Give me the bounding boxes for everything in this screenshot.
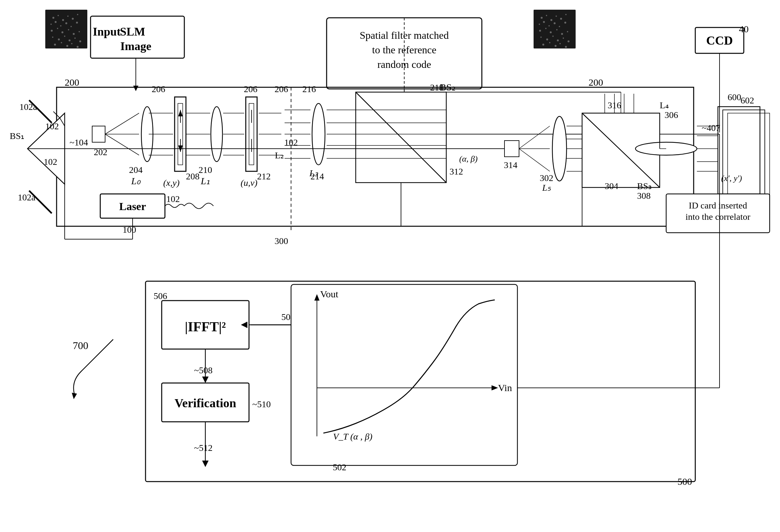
n500-label: 500 [678, 476, 692, 487]
svg-point-3 [58, 15, 59, 16]
svg-point-30 [77, 46, 79, 48]
n206c-label: 206 [275, 84, 288, 94]
n212-label: 212 [257, 171, 271, 181]
n508-label: ~508 [194, 365, 212, 375]
svg-point-16 [61, 31, 63, 33]
id-card-line1: ID card inserted [689, 200, 747, 210]
l1-label: L₁ [200, 175, 210, 186]
n218-label: 218 [430, 83, 444, 93]
n104-label: ~104 [69, 138, 88, 147]
n502-label: 502 [333, 462, 346, 472]
n300-label: 300 [275, 236, 288, 246]
svg-point-57 [549, 42, 550, 43]
svg-point-26 [54, 44, 56, 46]
xpyp-label: (x', y') [721, 173, 742, 183]
svg-point-51 [546, 39, 548, 40]
diagram-container: Input SLM Image Spatial filter matched t… [0, 0, 780, 532]
input-label: Input [93, 25, 120, 38]
svg-point-23 [68, 40, 70, 41]
n700-label: 700 [73, 340, 88, 351]
image-label: Image [120, 40, 151, 53]
n312-label: 312 [449, 166, 463, 176]
svg-rect-159 [291, 284, 518, 466]
svg-point-13 [76, 22, 78, 23]
bs3-label: BS₃ [637, 181, 651, 191]
svg-point-56 [542, 44, 544, 46]
svg-point-7 [77, 14, 78, 15]
n206b-label: 206 [244, 84, 257, 94]
svg-point-41 [554, 22, 555, 24]
l2-label: L₂ [275, 150, 284, 160]
alpha-beta-label: (α, β) [459, 154, 478, 164]
svg-point-33 [546, 15, 547, 16]
svg-point-53 [557, 40, 559, 41]
svg-point-9 [55, 21, 57, 23]
n304-label: 304 [605, 181, 618, 191]
n102-top-label: 102 [45, 121, 59, 131]
svg-point-5 [67, 15, 68, 17]
svg-point-97 [312, 103, 325, 165]
svg-point-39 [543, 21, 545, 23]
n102-laser-label: 102 [166, 194, 180, 204]
svg-rect-1 [45, 10, 87, 49]
svg-point-12 [70, 26, 72, 27]
n216-label: 216 [302, 84, 316, 94]
l5-label: L₅ [542, 182, 551, 193]
svg-point-35 [555, 15, 557, 17]
svg-point-49 [567, 31, 568, 32]
svg-point-38 [539, 23, 540, 25]
n214-label: 214 [310, 171, 324, 181]
n506-label: 506 [154, 291, 167, 301]
ccd-label: CCD [706, 34, 733, 47]
n206a-label: 206 [152, 84, 165, 94]
spatial-filter-line1: Spatial filter matched [359, 30, 448, 41]
svg-point-28 [66, 45, 68, 47]
main-svg: Input SLM Image Spatial filter matched t… [0, 0, 780, 532]
n510-label: ~510 [252, 399, 271, 409]
svg-point-55 [568, 40, 570, 42]
n308-label: 308 [637, 191, 651, 201]
svg-point-60 [565, 46, 567, 48]
vin-label: Vin [498, 382, 512, 393]
n100-label: 100 [123, 225, 136, 235]
n200-left-label: 200 [65, 77, 79, 88]
xy-label: (x,y) [163, 178, 180, 188]
svg-point-14 [51, 30, 53, 32]
svg-point-123 [552, 116, 567, 181]
svg-point-45 [545, 28, 546, 29]
svg-rect-31 [534, 10, 576, 49]
svg-point-19 [79, 31, 80, 32]
svg-point-47 [556, 29, 557, 31]
svg-point-4 [62, 19, 64, 21]
svg-point-85 [211, 107, 223, 162]
l0-label: L₀ [131, 175, 141, 186]
svg-point-25 [79, 40, 81, 42]
n512-label: ~512 [194, 443, 212, 453]
svg-point-11 [65, 22, 67, 24]
svg-point-21 [58, 39, 60, 40]
svg-rect-119 [504, 141, 519, 157]
n407-label: ~407 [702, 123, 720, 133]
n208-label: 208 [186, 171, 199, 181]
n102-h-label: 102 [284, 138, 298, 147]
svg-rect-70 [92, 126, 105, 142]
svg-point-15 [57, 28, 58, 29]
svg-point-29 [71, 43, 72, 44]
svg-point-37 [565, 14, 567, 15]
svg-point-2 [52, 17, 54, 19]
svg-point-34 [550, 19, 552, 21]
svg-point-17 [68, 29, 69, 31]
svg-point-42 [559, 26, 560, 27]
svg-point-46 [550, 31, 552, 33]
n602-label: 602 [740, 95, 754, 105]
n102a-top-label: 102a [19, 102, 37, 112]
svg-point-54 [563, 38, 564, 39]
svg-point-18 [73, 33, 75, 35]
svg-point-40 [548, 25, 550, 26]
slm-label: SLM [120, 25, 145, 38]
n102-left-label: 102 [44, 157, 57, 167]
n200-right-label: 200 [589, 77, 603, 88]
svg-point-27 [61, 42, 62, 43]
n210-label: 210 [199, 165, 212, 175]
vout-label: Vout [320, 288, 339, 299]
